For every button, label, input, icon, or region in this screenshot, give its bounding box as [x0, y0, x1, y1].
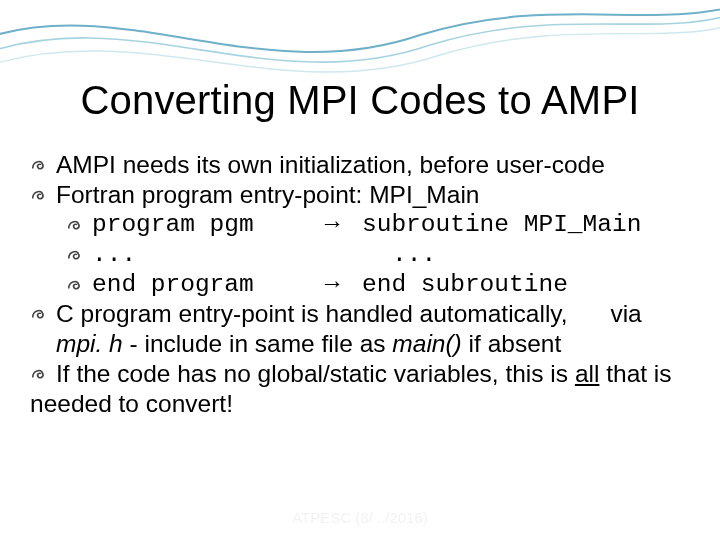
swirl-icon — [30, 150, 56, 177]
bullet-2b: ... ... — [66, 240, 690, 270]
code-right: ... — [362, 240, 436, 270]
arrow-icon: → — [302, 210, 362, 240]
arrow-icon: → — [302, 270, 362, 300]
bullet-4: If the code has no global/static variabl… — [30, 359, 690, 419]
code-right: end subroutine — [362, 270, 568, 300]
bullet-2c: end program → end subroutine — [66, 270, 690, 300]
slide: Converting MPI Codes to AMPI AMPI needs … — [0, 0, 720, 540]
bullet-3-text-d: - include in same file as — [123, 330, 393, 357]
code-left: end program — [92, 270, 302, 300]
bullet-3-text-a: C program entry-point is handled automat… — [56, 300, 568, 327]
slide-footer: ATPESC (8/ ../2016) — [0, 509, 720, 526]
code-left: ... — [92, 240, 302, 270]
swirl-icon — [66, 210, 92, 237]
swirl-icon — [66, 270, 92, 297]
bullet-3: C program entry-point is handled automat… — [30, 299, 690, 359]
swirl-icon — [30, 359, 56, 386]
bullet-2-text: Fortran program entry-point: MPI_Main — [56, 180, 479, 210]
bullet-4-text-a: If the code has no global/static variabl… — [56, 360, 575, 387]
bullet-3-text-c: mpi. h — [56, 330, 123, 357]
swirl-icon — [66, 240, 92, 267]
slide-body: AMPI needs its own initialization, befor… — [30, 150, 690, 419]
swirl-icon — [30, 299, 56, 326]
bullet-4-text-b: all — [575, 360, 600, 387]
bullet-3-text-e: main() — [392, 330, 461, 357]
bullet-1: AMPI needs its own initialization, befor… — [30, 150, 690, 180]
bullet-2a: program pgm → subroutine MPI_Main — [66, 210, 690, 240]
bullet-3-text-b: via — [610, 300, 641, 327]
bullet-2: Fortran program entry-point: MPI_Main — [30, 180, 690, 210]
code-right: subroutine MPI_Main — [362, 210, 641, 240]
slide-title: Converting MPI Codes to AMPI — [0, 78, 720, 123]
bullet-1-text: AMPI needs its own initialization, befor… — [56, 150, 605, 180]
bullet-3-text-f: if absent — [462, 330, 561, 357]
code-left: program pgm — [92, 210, 302, 240]
swirl-icon — [30, 180, 56, 207]
